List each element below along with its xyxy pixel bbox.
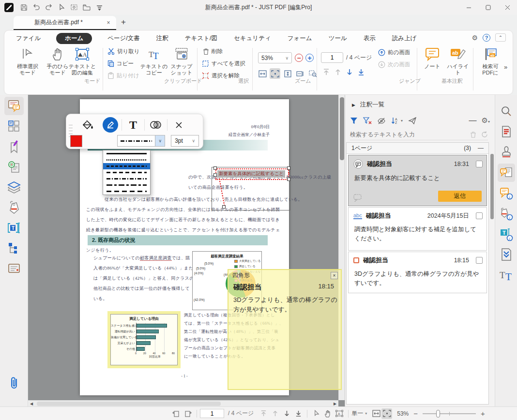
prev-page-icon[interactable] <box>269 410 281 417</box>
filter-icon[interactable] <box>350 117 358 124</box>
new-tab-button[interactable]: + <box>121 17 126 27</box>
comment-summary-icon[interactable] <box>4 259 24 278</box>
maximize-button[interactable] <box>478 0 498 14</box>
previous-view-button[interactable]: 前の画面 <box>378 49 410 56</box>
first-page-icon[interactable] <box>258 410 269 417</box>
tab-close-icon[interactable]: × <box>104 19 113 26</box>
line-style-list[interactable] <box>103 150 151 195</box>
import-notes-icon[interactable] <box>498 246 515 263</box>
hand-mode-icon[interactable] <box>322 410 334 418</box>
collapse-group-icon[interactable]: — <box>478 145 484 151</box>
snapshot-icon[interactable] <box>68 2 80 13</box>
annotation-checkbox[interactable] <box>476 161 483 167</box>
line-color-icon[interactable] <box>99 117 122 133</box>
attachments-icon[interactable] <box>4 374 24 392</box>
annotation-card[interactable]: abc 確認担当 2024年5月15日 調査時間と対象顧客に対する補足を追加して… <box>348 207 487 251</box>
undo-icon[interactable] <box>30 2 43 13</box>
prev-page-icon[interactable] <box>335 68 341 76</box>
bookmarks-icon[interactable] <box>4 137 24 156</box>
reply-button[interactable]: 返信 <box>438 191 482 202</box>
line-style-option[interactable] <box>103 182 150 188</box>
select-all-button[interactable]: すべてを選択 <box>202 60 245 67</box>
chevron-down-icon[interactable]: ∨ <box>155 135 165 146</box>
annotation-card[interactable]: 確認担当 18:31 新要素を具体的に記載すること 返信 <box>348 155 487 206</box>
cut-button[interactable]: 切り取り <box>107 48 140 55</box>
fit-width-icon[interactable] <box>257 68 268 79</box>
annotation-card[interactable]: 確認担当 18:15 3Dグラフよりも、通常の棒グラフの方が見やすいです。 <box>348 252 487 293</box>
ribbon-page-input[interactable] <box>321 52 343 63</box>
stamp-icon[interactable] <box>498 143 515 161</box>
opacity-icon[interactable] <box>145 120 167 130</box>
reply-bubble-icon[interactable] <box>353 194 362 202</box>
annotation-checkbox[interactable] <box>476 212 483 219</box>
line-style-option[interactable] <box>103 188 150 195</box>
next-view-button[interactable]: 次の画面 <box>378 61 410 68</box>
select-mode-icon[interactable] <box>310 410 322 417</box>
line-style-option[interactable] <box>103 163 150 169</box>
ribbon-tab-page[interactable]: ページ/文書 <box>106 33 141 44</box>
zoom-in-button[interactable]: + <box>305 54 314 62</box>
text-info-icon[interactable]: Ti <box>498 225 515 243</box>
destinations-icon[interactable] <box>4 158 24 176</box>
view-mode-select[interactable]: 単一▾ <box>351 409 367 418</box>
annotation-list-icon[interactable] <box>498 164 515 182</box>
text-color-icon[interactable]: T <box>122 119 144 132</box>
last-page-icon[interactable] <box>358 68 365 76</box>
content-edit-icon[interactable]: T <box>4 219 24 237</box>
close-button[interactable] <box>498 0 517 14</box>
resize-handle[interactable] <box>213 166 217 170</box>
annotation-text[interactable]: 調査時間と対象顧客に対する補足を追加してください。 <box>354 225 482 243</box>
copy-button[interactable]: コピー <box>107 60 134 67</box>
zoom-in-icon[interactable]: + <box>481 409 485 418</box>
annotations-panel-icon[interactable] <box>4 97 24 115</box>
collapse-all-icon[interactable]: — <box>469 116 477 125</box>
annotation-checkbox[interactable] <box>476 257 483 264</box>
next-page-icon[interactable] <box>281 410 292 417</box>
settings-gear-icon[interactable]: ⚙ <box>471 34 478 42</box>
scrollbar-thumb[interactable] <box>37 402 221 406</box>
previous-view-icon[interactable] <box>170 410 182 418</box>
line-style-select[interactable]: ∨ <box>117 135 166 147</box>
search-icon[interactable] <box>498 103 515 120</box>
select-mode-icon[interactable] <box>55 2 68 13</box>
minimize-button[interactable] <box>459 0 478 14</box>
send-annotations-icon[interactable] <box>408 117 417 124</box>
zoom-select[interactable]: 53%∨ <box>258 52 292 63</box>
ribbon-tab-home[interactable]: ホーム <box>56 33 92 44</box>
ribbon-more-icon[interactable]: » <box>504 63 507 71</box>
structure-tree-icon[interactable] <box>4 239 24 257</box>
ribbon-tab-security[interactable]: セキュリティ <box>233 33 272 44</box>
sticky-note-body[interactable]: 3Dグラフよりも、通常の棒グラフの方が見やすいです。 <box>233 295 339 315</box>
ribbon-tab-tools[interactable]: ツール <box>328 33 348 44</box>
line-style-option[interactable] <box>103 169 150 176</box>
annotation-text[interactable]: 3Dグラフよりも、通常の棒グラフの方が見やすいです。 <box>354 270 482 288</box>
next-page-icon[interactable] <box>346 68 353 76</box>
snapshot-button[interactable]: スナップ ショット <box>169 46 194 76</box>
fit-width-icon[interactable] <box>371 408 381 419</box>
zoom-slider-knob[interactable] <box>436 410 440 418</box>
next-view-icon[interactable] <box>182 410 194 418</box>
save-icon[interactable] <box>17 2 30 13</box>
text-figure-edit-mode-button[interactable]: ⛰A テキストと 図の編集 <box>67 46 97 76</box>
page-group-header[interactable]: 1ページ (3) — <box>347 143 488 154</box>
line-width-select[interactable]: 3pt ∨ <box>171 135 199 147</box>
annotation-search-input[interactable] <box>350 131 465 138</box>
searchable-pdf-button[interactable]: ab 検索可 PDFに <box>478 46 503 76</box>
close-toolbar-icon[interactable] <box>167 121 190 129</box>
status-page-input[interactable] <box>200 409 224 418</box>
zoom-out-icon[interactable]: − <box>413 409 418 418</box>
line-color-swatch[interactable] <box>70 135 82 147</box>
ribbon-tab-view[interactable]: 表示 <box>363 33 377 44</box>
quick-menu-icon[interactable] <box>93 2 106 13</box>
delete-button[interactable]: 削除 <box>203 48 223 55</box>
standard-select-mode-button[interactable]: 標準選択 モード <box>13 46 42 76</box>
panel-scrollbar[interactable] <box>490 142 494 405</box>
resize-handle[interactable] <box>222 205 226 209</box>
layers-icon[interactable] <box>4 178 24 196</box>
filter-clear-icon[interactable] <box>363 117 372 124</box>
deselect-button[interactable]: 選択を解除 <box>202 72 240 79</box>
scrollbar-thumb[interactable] <box>340 97 344 160</box>
last-page-icon[interactable] <box>292 410 304 417</box>
text-style-icon[interactable]: TT <box>498 266 515 284</box>
annotation-format-toolbar[interactable]: T ∨ 3pt ∨ <box>66 114 203 149</box>
